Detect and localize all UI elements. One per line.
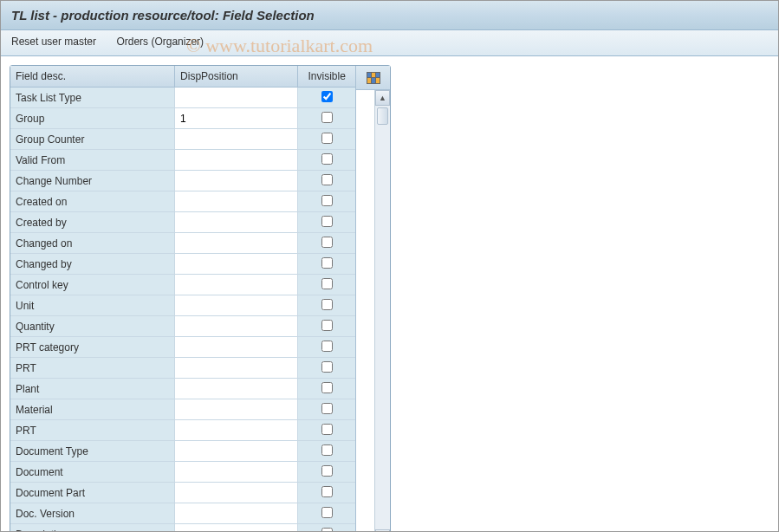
disp-position-input[interactable] [180, 175, 292, 187]
header-disp-position[interactable]: DispPosition [175, 66, 298, 88]
disp-position-cell[interactable] [175, 233, 298, 254]
scroll-thumb-v[interactable] [377, 107, 388, 125]
disp-position-input[interactable] [180, 529, 292, 533]
disp-position-cell[interactable] [175, 108, 298, 129]
invisible-checkbox[interactable] [321, 112, 333, 123]
disp-position-input[interactable] [180, 383, 292, 395]
disp-position-cell[interactable] [175, 316, 298, 337]
field-desc-cell[interactable]: Changed by [10, 254, 175, 275]
invisible-checkbox[interactable] [321, 528, 333, 533]
disp-position-cell[interactable] [175, 524, 298, 533]
disp-position-input[interactable] [180, 487, 292, 499]
disp-position-input[interactable] [180, 196, 292, 208]
disp-position-input[interactable] [180, 425, 292, 437]
invisible-checkbox[interactable] [321, 444, 333, 456]
invisible-checkbox[interactable] [321, 133, 333, 144]
disp-position-cell[interactable] [175, 191, 298, 212]
disp-position-input[interactable] [180, 217, 292, 229]
invisible-checkbox[interactable] [321, 424, 333, 435]
grid-config-button[interactable] [356, 66, 390, 90]
disp-position-input[interactable] [180, 279, 292, 291]
field-desc-cell[interactable]: PRT [10, 358, 175, 379]
disp-position-cell[interactable] [175, 399, 298, 420]
disp-position-cell[interactable] [175, 379, 298, 399]
disp-position-cell[interactable] [175, 462, 298, 483]
disp-position-cell[interactable] [175, 483, 298, 503]
disp-position-cell[interactable] [175, 129, 298, 150]
disp-position-input[interactable] [180, 113, 292, 125]
invisible-checkbox[interactable] [321, 195, 333, 206]
invisible-checkbox[interactable] [321, 361, 333, 373]
field-desc-cell[interactable]: PRT [10, 420, 175, 441]
reset-user-master-button[interactable]: Reset user master [11, 36, 96, 48]
disp-position-input[interactable] [180, 404, 292, 416]
invisible-checkbox[interactable] [321, 382, 333, 393]
scroll-track-v[interactable] [375, 106, 390, 529]
disp-position-input[interactable] [180, 154, 292, 166]
disp-position-input[interactable] [180, 341, 292, 354]
table-row: Document Type [10, 441, 355, 462]
disp-position-cell[interactable] [175, 337, 298, 358]
field-desc-cell[interactable]: Description [10, 524, 175, 533]
disp-position-cell[interactable] [175, 295, 298, 316]
disp-position-cell[interactable] [175, 212, 298, 233]
invisible-checkbox[interactable] [321, 278, 333, 289]
disp-position-input[interactable] [180, 466, 292, 478]
field-desc-cell[interactable]: Valid From [10, 150, 175, 171]
disp-position-input[interactable] [180, 362, 292, 374]
disp-position-cell[interactable] [175, 150, 298, 171]
disp-position-cell[interactable] [175, 420, 298, 441]
invisible-checkbox[interactable] [321, 216, 333, 227]
field-desc-cell[interactable]: Material [10, 399, 175, 420]
field-desc-cell[interactable]: Created by [10, 212, 175, 233]
disp-position-cell[interactable] [175, 275, 298, 295]
invisible-cell [298, 129, 355, 150]
field-desc-cell[interactable]: Control key [10, 275, 175, 295]
header-invisible[interactable]: Invisible [298, 66, 355, 88]
field-desc-cell[interactable]: Doc. Version [10, 503, 175, 524]
disp-position-input[interactable] [180, 300, 292, 312]
invisible-checkbox[interactable] [321, 153, 333, 165]
orders-organizer-button[interactable]: Orders (Organizer) [116, 36, 204, 48]
invisible-checkbox[interactable] [321, 403, 333, 414]
field-desc-cell[interactable]: Change Number [10, 171, 175, 191]
invisible-checkbox[interactable] [321, 91, 333, 102]
invisible-checkbox[interactable] [321, 507, 333, 518]
field-desc-cell[interactable]: Unit [10, 295, 175, 316]
table-row: Unit [10, 295, 355, 316]
invisible-checkbox[interactable] [321, 299, 333, 310]
invisible-checkbox[interactable] [321, 486, 333, 497]
disp-position-cell[interactable] [175, 88, 298, 108]
disp-position-input[interactable] [180, 133, 292, 146]
invisible-checkbox[interactable] [321, 320, 333, 331]
field-desc-cell[interactable]: Task List Type [10, 88, 175, 108]
disp-position-cell[interactable] [175, 254, 298, 275]
field-desc-cell[interactable]: Document Part [10, 483, 175, 503]
disp-position-input[interactable] [180, 445, 292, 457]
header-field-desc[interactable]: Field desc. [10, 66, 175, 88]
invisible-checkbox[interactable] [321, 257, 333, 269]
field-desc-cell[interactable]: Document Type [10, 441, 175, 462]
invisible-checkbox[interactable] [321, 174, 333, 185]
disp-position-input[interactable] [180, 321, 292, 333]
disp-position-input[interactable] [180, 92, 292, 104]
disp-position-input[interactable] [180, 258, 292, 270]
disp-position-cell[interactable] [175, 358, 298, 379]
field-desc-cell[interactable]: Quantity [10, 316, 175, 337]
invisible-checkbox[interactable] [321, 237, 333, 248]
field-desc-cell[interactable]: Group Counter [10, 129, 175, 150]
disp-position-cell[interactable] [175, 171, 298, 191]
field-desc-cell[interactable]: Created on [10, 191, 175, 212]
field-desc-cell[interactable]: PRT category [10, 337, 175, 358]
field-desc-cell[interactable]: Document [10, 462, 175, 483]
disp-position-input[interactable] [180, 237, 292, 250]
scroll-up-button[interactable]: ▲ [375, 90, 390, 106]
disp-position-cell[interactable] [175, 441, 298, 462]
field-desc-cell[interactable]: Changed on [10, 233, 175, 254]
invisible-checkbox[interactable] [321, 341, 333, 352]
invisible-checkbox[interactable] [321, 465, 333, 477]
field-desc-cell[interactable]: Plant [10, 379, 175, 399]
disp-position-cell[interactable] [175, 503, 298, 524]
field-desc-cell[interactable]: Group [10, 108, 175, 129]
disp-position-input[interactable] [180, 508, 292, 520]
